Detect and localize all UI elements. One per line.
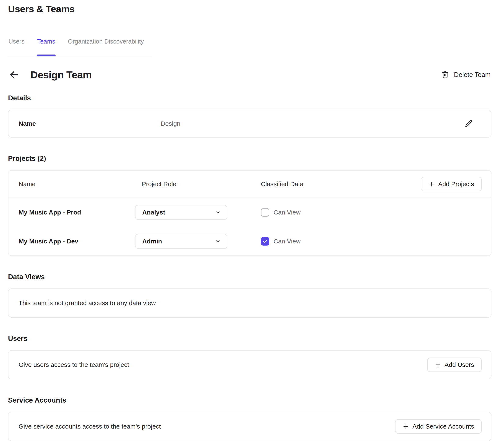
add-projects-button[interactable]: Add Projects [421, 177, 482, 191]
users-card: Give users access to the team's project … [8, 350, 491, 379]
project-role-select[interactable]: Analyst [135, 205, 227, 220]
column-header-classified-data: Classified Data [261, 180, 421, 188]
service-accounts-description: Give service accounts access to the team… [19, 423, 161, 430]
add-service-accounts-button[interactable]: Add Service Accounts [395, 419, 482, 434]
tab-organization-discoverability[interactable]: Organization Discoverability [67, 38, 144, 57]
users-teams-page: Users & Teams Users Teams Organization D… [0, 0, 498, 441]
project-row-prod: My Music App - Prod Analyst Can View [8, 198, 491, 227]
plus-icon [429, 181, 435, 187]
tab-list: Users Teams Organization Discoverability [8, 38, 152, 57]
details-heading: Details [8, 94, 491, 102]
can-view-label: Can View [273, 238, 301, 245]
details-card: Name Design [8, 110, 491, 138]
column-header-name: Name [19, 180, 135, 188]
chevron-down-icon [215, 238, 221, 244]
plus-icon [435, 362, 441, 368]
service-accounts-card: Give service accounts access to the team… [8, 412, 491, 441]
delete-team-label: Delete Team [454, 71, 491, 79]
project-role-value: Admin [142, 238, 162, 245]
column-header-project-role: Project Role [135, 180, 261, 188]
service-accounts-heading: Service Accounts [8, 396, 491, 404]
project-row-dev: My Music App - Dev Admin Can View [8, 227, 491, 256]
tab-bar: Users Teams Organization Discoverability [8, 38, 491, 57]
can-view-checkbox[interactable] [261, 208, 269, 217]
projects-heading: Projects (2) [8, 155, 491, 162]
projects-table-header: Name Project Role Classified Data Add Pr… [8, 171, 491, 198]
plus-icon [403, 423, 409, 430]
add-users-button[interactable]: Add Users [427, 358, 482, 372]
edit-name-button[interactable] [464, 119, 474, 129]
tab-users[interactable]: Users [8, 38, 25, 57]
projects-table: Name Project Role Classified Data Add Pr… [8, 170, 491, 256]
page-title: Users & Teams [8, 3, 491, 15]
back-button[interactable] [8, 69, 20, 81]
pencil-icon [464, 119, 473, 128]
add-service-accounts-label: Add Service Accounts [412, 423, 474, 430]
delete-team-button[interactable]: Delete Team [440, 71, 491, 79]
name-label: Name [19, 120, 161, 127]
project-name: My Music App - Dev [19, 238, 135, 245]
data-views-heading: Data Views [8, 273, 491, 281]
chevron-down-icon [215, 209, 221, 215]
users-heading: Users [8, 335, 491, 343]
data-views-card: This team is not granted access to any d… [8, 288, 491, 318]
can-view-checkbox[interactable] [261, 237, 269, 246]
project-role-value: Analyst [142, 209, 165, 216]
tab-teams[interactable]: Teams [37, 38, 56, 57]
add-projects-label: Add Projects [438, 180, 474, 188]
name-value: Design [161, 120, 180, 127]
trash-icon [441, 71, 450, 79]
team-title: Design Team [31, 69, 92, 81]
data-views-empty-text: This team is not granted access to any d… [19, 299, 156, 307]
can-view-label: Can View [273, 209, 301, 216]
users-description: Give users access to the team's project [19, 361, 129, 368]
team-header: Design Team Delete Team [8, 69, 491, 81]
arrow-left-icon [9, 69, 20, 80]
project-role-select[interactable]: Admin [135, 234, 227, 249]
project-name: My Music App - Prod [19, 209, 135, 216]
add-users-label: Add Users [445, 361, 474, 368]
